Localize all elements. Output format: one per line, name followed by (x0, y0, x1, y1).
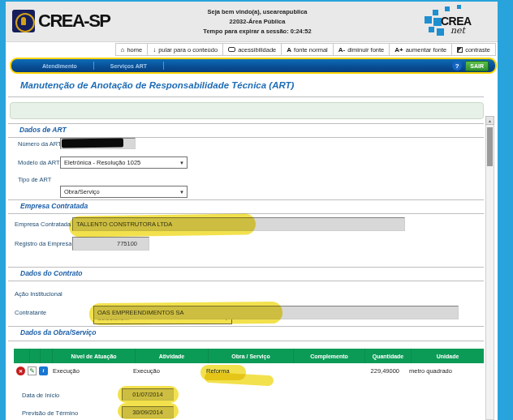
previsao-termino-value: 30/09/2014 (132, 409, 163, 416)
toolbar-item-label: pular para o conteúdo (158, 46, 218, 54)
icon-column-header (40, 349, 52, 363)
info-row-icon[interactable]: i (39, 366, 48, 375)
column-header-obra-servico: Obra / Serviço (208, 349, 293, 363)
divider (8, 281, 484, 281)
toolbar-item-label: fonte normal (294, 46, 328, 54)
message-strip (10, 102, 484, 119)
scrollbar-thumb[interactable] (487, 127, 493, 166)
table-row: ✕ ✎ i Execução Execução Reforma 229,4900… (14, 363, 484, 378)
column-header-nivel: Nível de Atuação (52, 349, 135, 363)
column-header-quantidade: Quantidade (364, 349, 411, 363)
modelo-art-value: Eletrônica - Resolução 1025 (64, 159, 140, 166)
modelo-art-select[interactable]: Eletrônica - Resolução 1025 ▼ (60, 156, 188, 169)
crea-net-sub-text: net (450, 25, 465, 36)
net-logo-square (429, 27, 434, 32)
section-title-obra: Dados da Obra/Serviço (20, 328, 97, 336)
help-icon[interactable]: ? (452, 61, 462, 71)
area-text: 22032-Área Pública (144, 17, 371, 27)
toolbar-item-contrast[interactable]: contraste (451, 44, 495, 55)
crea-net-logo: CREA net (423, 5, 475, 41)
toolbar-item-label: contraste (465, 46, 490, 54)
toolbar-item-font-normal[interactable]: A fonte normal (281, 44, 332, 55)
divider (8, 326, 484, 327)
registro-empresa-label: Registro da Empresa (15, 240, 71, 247)
empresa-contratada-label: Empresa Contratada (15, 221, 71, 228)
chevron-down-icon: ▼ (179, 161, 184, 165)
redaction-annotation (62, 139, 123, 148)
home-icon: ⌂ (121, 46, 125, 54)
divider (8, 96, 484, 97)
icon-column-header (29, 349, 40, 363)
crea-emblem-icon (12, 10, 35, 32)
toolbar-item-label: aumentar fonte (406, 46, 446, 54)
tipo-art-select[interactable]: Obra/Serviço ▼ (60, 186, 188, 198)
data-inicio-value: 01/07/2014 (132, 391, 163, 398)
toolbar-item-jump-to-content[interactable]: ↓ pular para o conteúdo (147, 44, 222, 55)
cell-atividade: Execução (128, 363, 201, 378)
font-decrease-icon: A- (338, 46, 345, 54)
cell-obra-servico: Reforma (201, 363, 287, 378)
logout-button[interactable]: SAIR (465, 61, 489, 71)
divider (8, 267, 484, 268)
cell-nivel: Execução (48, 363, 128, 378)
accessibility-icon (228, 47, 235, 52)
divider (8, 341, 484, 341)
tipo-art-value: Obra/Serviço (64, 188, 100, 195)
divider (8, 123, 484, 124)
session-timer: Tempo para expirar a sessão: 0:24:52 (144, 27, 371, 36)
toolbar-item-font-increase[interactable]: A+ aumentar fonte (389, 44, 451, 55)
previsao-termino-input[interactable]: 30/09/2014 (122, 406, 174, 418)
column-header-atividade: Atividade (135, 349, 208, 363)
section-title-empresa: Empresa Contratada (20, 202, 88, 210)
net-logo-square (433, 10, 438, 15)
empresa-contratada-value: TALLENTO CONSTRUTORA LTDA (76, 221, 172, 228)
app-header: CREA-SP Seja bem vindo(a), useareapublic… (6, 2, 498, 42)
accessibility-toolbar: ⌂ home ↓ pular para o conteúdo acessibil… (6, 42, 498, 58)
data-inicio-label: Data de Início (22, 392, 59, 399)
delete-row-icon[interactable]: ✕ (16, 366, 25, 375)
contratante-label: Contratante (15, 309, 46, 316)
acao-institucional-label: Ação Institucional (15, 290, 63, 298)
section-title-contrato: Dados do Contrato (20, 269, 83, 277)
empresa-contratada-input[interactable]: TALLENTO CONSTRUTORA LTDA (72, 217, 405, 231)
crea-sp-logo: CREA-SP (12, 10, 110, 32)
session-info: Seja bem vindo(a), useareapublica 22032-… (144, 7, 371, 36)
tipo-art-label: Tipo de ART (18, 176, 51, 183)
cell-quantidade: 229,49000 (358, 363, 404, 378)
toolbar-item-label: diminuir fonte (347, 46, 384, 54)
right-frame-border (498, 0, 513, 420)
divider (8, 213, 484, 214)
divider (8, 199, 484, 200)
net-logo-square (437, 28, 444, 36)
nav-tab-servicos-art[interactable]: Serviços ART (94, 63, 163, 69)
contratante-value: OAS EMPREENDIMENTOS SA (97, 309, 184, 316)
cell-unidade: metro quadrado (404, 363, 477, 378)
font-normal-icon: A (287, 46, 291, 54)
modelo-art-label: Modelo da ART (18, 159, 60, 166)
column-header-complemento: Complemento (293, 349, 364, 363)
contratante-input[interactable]: OAS EMPREENDIMENTOS SA (93, 306, 459, 319)
toolbar-item-font-decrease[interactable]: A- diminuir fonte (333, 44, 389, 55)
nav-tab-atendimento[interactable]: Atendimento (26, 63, 93, 69)
data-inicio-input[interactable]: 01/07/2014 (122, 388, 174, 401)
scrollbar-up-icon[interactable]: ▲ (485, 116, 494, 125)
crea-sp-logo-text: CREA-SP (38, 11, 110, 32)
toolbar-item-label: acessibilidade (238, 46, 276, 54)
registro-empresa-input[interactable]: 775100 (72, 237, 149, 251)
registro-empresa-value: 775100 (117, 240, 137, 247)
contrast-icon (457, 47, 463, 53)
primary-nav: Atendimento Serviços ART ? SAIR (10, 58, 497, 74)
net-logo-square (457, 5, 461, 9)
font-increase-icon: A+ (394, 46, 403, 54)
toolbar-item-accessibility[interactable]: acessibilidade (222, 44, 281, 55)
net-logo-square (425, 16, 432, 24)
welcome-text: Seja bem vindo(a), useareapublica (144, 7, 371, 17)
toolbar-item-home[interactable]: ⌂ home (116, 44, 148, 55)
column-header-unidade: Unidade (411, 349, 484, 363)
nav-divider (163, 62, 164, 70)
obra-table-header: Nível de Atuação Atividade Obra / Serviç… (14, 349, 484, 363)
numero-art-label: Número da ART (18, 140, 62, 148)
net-logo-square (445, 6, 450, 11)
left-frame-border (0, 0, 6, 420)
edit-row-icon[interactable]: ✎ (28, 366, 37, 375)
